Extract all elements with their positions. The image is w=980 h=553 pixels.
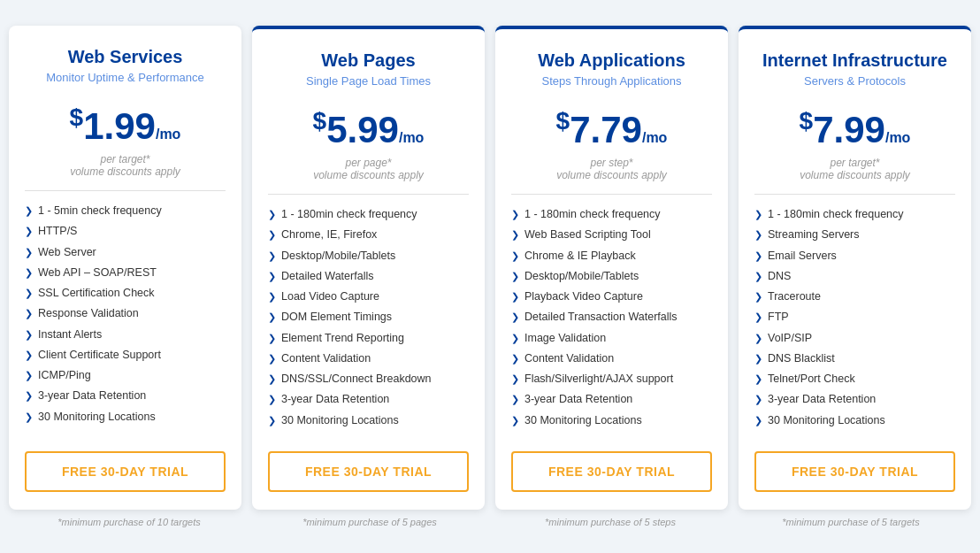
- feature-item: ❯ 1 - 180min check frequency: [754, 207, 955, 221]
- chevron-icon: ❯: [25, 307, 33, 319]
- feature-text: DOM Element Timings: [281, 310, 392, 324]
- feature-list: ❯ 1 - 180min check frequency ❯ Streaming…: [754, 207, 955, 434]
- feature-text: 1 - 5min check frequency: [38, 204, 162, 218]
- chevron-icon: ❯: [754, 332, 762, 344]
- feature-item: ❯ 30 Monitoring Locations: [511, 413, 712, 427]
- plan-header: Web Services Monitor Uptime & Performanc…: [25, 47, 226, 93]
- feature-item: ❯ Detailed Transaction Waterfalls: [511, 310, 712, 324]
- plan-volume-note: volume discounts apply: [25, 165, 226, 178]
- dollar-sign: $: [556, 107, 570, 134]
- plan-price: $7.99/mo: [800, 109, 911, 150]
- feature-text: 30 Monitoring Locations: [524, 413, 642, 427]
- divider: [25, 190, 226, 191]
- feature-text: Detailed Transaction Waterfalls: [524, 310, 678, 324]
- feature-item: ❯ 30 Monitoring Locations: [25, 410, 226, 424]
- chevron-icon: ❯: [25, 328, 33, 341]
- trial-button[interactable]: FREE 30-DAY TRIAL: [511, 451, 712, 492]
- feature-item: ❯ Content Validation: [268, 351, 469, 365]
- plan-title: Web Pages: [268, 50, 469, 71]
- chevron-icon: ❯: [754, 290, 762, 303]
- feature-item: ❯ HTTP/S: [25, 224, 226, 238]
- feature-text: Email Servers: [768, 249, 837, 263]
- chevron-icon: ❯: [268, 290, 276, 303]
- footer-note-web-services: *minimum purchase of 10 targets: [9, 517, 249, 527]
- feature-item: ❯ DNS Blacklist: [754, 351, 955, 365]
- plan-per-unit: per page*: [268, 157, 469, 169]
- feature-text: Image Validation: [524, 331, 606, 345]
- feature-text: Content Validation: [281, 351, 371, 365]
- plan-title: Web Services: [25, 47, 226, 67]
- plan-title: Web Applications: [511, 50, 712, 71]
- feature-text: Desktop/Mobile/Tablets: [281, 249, 395, 263]
- chevron-icon: ❯: [754, 250, 762, 262]
- chevron-icon: ❯: [511, 208, 519, 220]
- chevron-icon: ❯: [25, 349, 33, 361]
- feature-item: ❯ 3-year Data Retention: [754, 392, 955, 406]
- chevron-icon: ❯: [25, 246, 33, 258]
- feature-item: ❯ VoIP/SIP: [754, 331, 955, 345]
- chevron-icon: ❯: [268, 352, 276, 365]
- feature-item: ❯ 1 - 180min check frequency: [511, 207, 712, 221]
- plan-per-unit: per target*: [754, 157, 955, 169]
- plan-header: Web Applications Steps Through Applicati…: [511, 50, 712, 96]
- feature-item: ❯ Element Trend Reporting: [268, 331, 469, 345]
- feature-item: ❯ 30 Monitoring Locations: [754, 413, 955, 427]
- feature-text: DNS Blacklist: [768, 351, 835, 365]
- feature-list: ❯ 1 - 5min check frequency ❯ HTTP/S ❯ We…: [25, 204, 226, 434]
- feature-item: ❯ 1 - 5min check frequency: [25, 204, 226, 218]
- trial-button[interactable]: FREE 30-DAY TRIAL: [25, 451, 226, 492]
- chevron-icon: ❯: [754, 311, 762, 323]
- feature-item: ❯ Desktop/Mobile/Tablets: [511, 269, 712, 283]
- chevron-icon: ❯: [25, 204, 33, 217]
- chevron-icon: ❯: [511, 270, 519, 282]
- price-per: /mo: [156, 127, 180, 142]
- feature-item: ❯ Response Validation: [25, 306, 226, 320]
- feature-text: Flash/Silverlight/AJAX support: [524, 372, 673, 386]
- chevron-icon: ❯: [511, 311, 519, 323]
- chevron-icon: ❯: [511, 228, 519, 241]
- feature-item: ❯ Load Video Capture: [268, 289, 469, 303]
- feature-text: ICMP/Ping: [38, 368, 91, 382]
- plan-price: $5.99/mo: [313, 109, 425, 150]
- footer-note-web-applications: *minimum purchase of 5 steps: [490, 517, 731, 527]
- plan-card-internet-infrastructure: Internet Infrastructure Servers & Protoc…: [739, 26, 971, 510]
- feature-text: Element Trend Reporting: [281, 331, 404, 345]
- plan-price: $1.99/mo: [70, 105, 181, 147]
- chevron-icon: ❯: [268, 393, 276, 405]
- price-per: /mo: [642, 130, 667, 145]
- trial-button[interactable]: FREE 30-DAY TRIAL: [268, 451, 469, 492]
- feature-item: ❯ Client Certificate Support: [25, 348, 226, 362]
- price-per: /mo: [399, 130, 424, 145]
- plan-volume-note: volume discounts apply: [754, 169, 955, 181]
- feature-text: Telnet/Port Check: [768, 372, 855, 386]
- plans-container: Web Services Monitor Uptime & Performanc…: [9, 26, 971, 510]
- feature-text: SSL Certification Check: [38, 286, 155, 300]
- feature-text: 1 - 180min check frequency: [281, 207, 417, 221]
- feature-text: 30 Monitoring Locations: [38, 410, 156, 424]
- feature-list: ❯ 1 - 180min check frequency ❯ Chrome, I…: [268, 207, 469, 434]
- feature-item: ❯ Content Validation: [511, 351, 712, 365]
- feature-text: 30 Monitoring Locations: [281, 413, 399, 427]
- plan-per-unit: per step*: [511, 157, 712, 169]
- chevron-icon: ❯: [511, 393, 519, 405]
- feature-text: FTP: [768, 310, 789, 324]
- chevron-icon: ❯: [754, 208, 762, 220]
- plan-price-block: $7.99/mo: [754, 107, 955, 151]
- chevron-icon: ❯: [268, 311, 276, 323]
- footer-note-web-pages: *minimum purchase of 5 pages: [249, 517, 490, 527]
- feature-text: VoIP/SIP: [768, 331, 812, 345]
- feature-item: ❯ 30 Monitoring Locations: [268, 413, 469, 427]
- feature-item: ❯ Image Validation: [511, 331, 712, 345]
- trial-button[interactable]: FREE 30-DAY TRIAL: [754, 451, 955, 492]
- chevron-icon: ❯: [268, 208, 276, 220]
- divider: [754, 194, 955, 195]
- dollar-sign: $: [313, 107, 327, 134]
- plan-price: $7.79/mo: [556, 109, 668, 150]
- feature-item: ❯ Streaming Servers: [754, 227, 955, 242]
- feature-item: ❯ FTP: [754, 310, 955, 324]
- feature-item: ❯ DOM Element Timings: [268, 310, 469, 324]
- chevron-icon: ❯: [511, 373, 519, 385]
- feature-text: Content Validation: [524, 351, 614, 365]
- feature-text: 3-year Data Retention: [281, 392, 389, 406]
- feature-text: Detailed Waterfalls: [281, 269, 373, 283]
